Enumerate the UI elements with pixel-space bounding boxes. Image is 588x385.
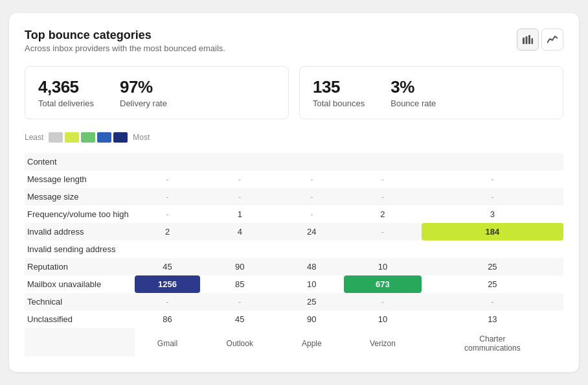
cell: 10	[279, 275, 344, 293]
cell: 25	[279, 293, 344, 310]
cell: 90	[279, 310, 344, 328]
svg-rect-2	[528, 35, 530, 44]
cell: -	[279, 188, 344, 205]
cell: -	[344, 293, 422, 310]
cell: -	[279, 170, 344, 188]
cell-mailbox-verizon: 673	[344, 275, 422, 293]
delivery-rate-label: Delivery rate	[120, 99, 167, 108]
legend-swatches	[49, 132, 128, 143]
table-row: Message size - - - - -	[25, 188, 563, 205]
cell: 86	[135, 310, 200, 328]
card-subtitle: Across inbox providers with the most bou…	[25, 43, 225, 53]
cell: -	[200, 170, 279, 188]
cell: -	[422, 188, 563, 205]
svg-rect-3	[532, 38, 534, 44]
cell	[200, 153, 279, 170]
table-row: Technical - - 25 - -	[25, 293, 563, 310]
cell: 24	[279, 223, 344, 240]
cell: -	[135, 205, 200, 223]
cell	[279, 240, 344, 258]
cell: 13	[422, 310, 563, 328]
bounce-rate-stat: 3% Bounce rate	[390, 77, 436, 108]
table-row: Invalid sending address	[25, 240, 563, 258]
table-row: Invalid address 2 4 24 - 184	[25, 223, 563, 240]
legend: Least Most	[25, 132, 563, 143]
table-row: Frequency/volume too high - 1 - 2 3	[25, 205, 563, 223]
cell: -	[344, 188, 422, 205]
cell: 85	[200, 275, 279, 293]
cell	[279, 153, 344, 170]
cell: 25	[422, 275, 563, 293]
chart-type-actions	[517, 29, 563, 51]
header-text: Top bounce categories Across inbox provi…	[25, 29, 225, 53]
total-bounces-stat: 135 Total bounces	[313, 77, 365, 108]
cell-mailbox-gmail: 1256	[135, 275, 200, 293]
cell: 1	[200, 205, 279, 223]
cell: 10	[344, 310, 422, 328]
swatch-1	[49, 132, 63, 143]
svg-rect-0	[523, 38, 525, 44]
cell: 25	[422, 258, 563, 275]
bounce-rate-label: Bounce rate	[390, 99, 436, 108]
category-label: Message length	[25, 170, 135, 188]
column-headers: Gmail Outlook Apple Verizon Charter comm…	[25, 328, 563, 356]
cell: -	[344, 223, 422, 240]
category-label: Invalid address	[25, 223, 135, 240]
table-row: Mailbox unavailable 1256 85 10 673 25	[25, 275, 563, 293]
cell	[200, 240, 279, 258]
cell: 45	[200, 310, 279, 328]
cell-invalid-address-charter: 184	[422, 223, 563, 240]
bounce-rate-value: 3%	[390, 77, 436, 97]
total-deliveries-stat: 4,365 Total deliveries	[38, 77, 94, 108]
card-title: Top bounce categories	[25, 29, 225, 42]
swatch-4	[97, 132, 111, 143]
col-gmail: Gmail	[135, 328, 200, 356]
cell	[135, 153, 200, 170]
category-label: Mailbox unavailable	[25, 275, 135, 293]
cell: -	[279, 205, 344, 223]
cell	[422, 240, 563, 258]
col-verizon: Verizon	[344, 328, 422, 356]
category-label: Message size	[25, 188, 135, 205]
cell: -	[200, 188, 279, 205]
stats-row: 4,365 Total deliveries 97% Delivery rate…	[25, 66, 563, 119]
cell: 10	[344, 258, 422, 275]
swatch-5	[113, 132, 128, 143]
cell: -	[422, 170, 563, 188]
category-label: Reputation	[25, 258, 135, 275]
cell: -	[135, 293, 200, 310]
delivery-rate-value: 97%	[120, 77, 167, 97]
table-row: Unclassified 86 45 90 10 13	[25, 310, 563, 328]
category-label: Unclassified	[25, 310, 135, 328]
deliveries-card: 4,365 Total deliveries 97% Delivery rate	[25, 66, 289, 119]
cell: 3	[422, 205, 563, 223]
cell: 48	[279, 258, 344, 275]
delivery-rate-stat: 97% Delivery rate	[120, 77, 167, 108]
cell: 45	[135, 258, 200, 275]
cell: 4	[200, 223, 279, 240]
bar-chart-button[interactable]	[517, 29, 539, 51]
total-deliveries-label: Total deliveries	[38, 99, 94, 108]
cell: 2	[135, 223, 200, 240]
cell: -	[135, 188, 200, 205]
legend-most-label: Most	[133, 133, 150, 142]
col-apple: Apple	[279, 328, 344, 356]
cell: -	[135, 170, 200, 188]
swatch-2	[65, 132, 79, 143]
col-charter: Charter communications	[422, 328, 563, 356]
card-header: Top bounce categories Across inbox provi…	[25, 29, 563, 53]
cell: -	[200, 293, 279, 310]
bounce-table: Content Message length - - - - -	[25, 153, 563, 356]
main-card: Top bounce categories Across inbox provi…	[9, 13, 579, 372]
cell: -	[422, 293, 563, 310]
cell	[135, 240, 200, 258]
total-bounces-value: 135	[313, 77, 365, 97]
bounces-card: 135 Total bounces 3% Bounce rate	[299, 66, 563, 119]
cell: 90	[200, 258, 279, 275]
category-label: Technical	[25, 293, 135, 310]
line-chart-button[interactable]	[541, 29, 563, 51]
total-bounces-label: Total bounces	[313, 99, 365, 108]
cell: 2	[344, 205, 422, 223]
cell	[344, 153, 422, 170]
legend-least-label: Least	[25, 133, 43, 142]
